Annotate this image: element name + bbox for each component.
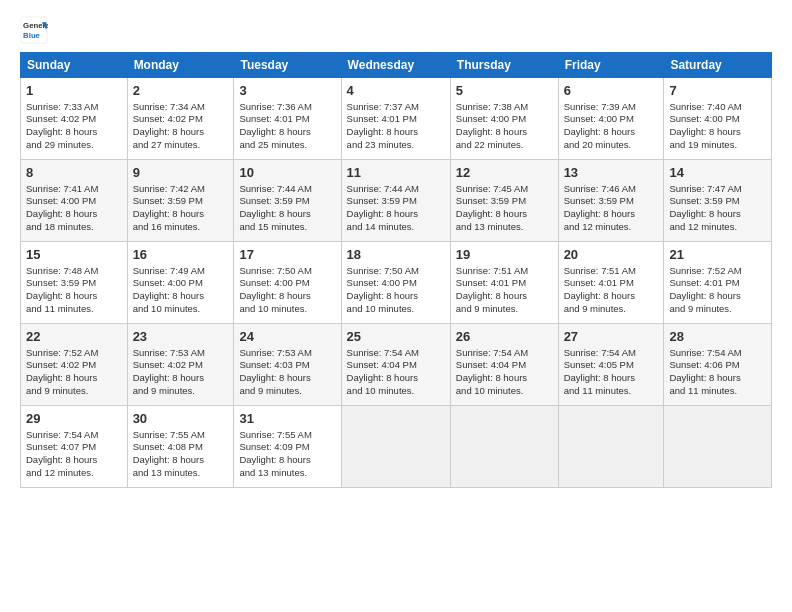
day-info-line: Sunrise: 7:37 AM bbox=[347, 101, 419, 112]
day-info-line: and 23 minutes. bbox=[347, 139, 415, 150]
day-info-line: Sunset: 4:01 PM bbox=[347, 113, 417, 124]
day-info-line: Daylight: 8 hours bbox=[347, 208, 418, 219]
day-info-line: Sunrise: 7:55 AM bbox=[239, 429, 311, 440]
calendar-table: SundayMondayTuesdayWednesdayThursdayFrid… bbox=[20, 52, 772, 488]
day-info-line: Sunrise: 7:54 AM bbox=[456, 347, 528, 358]
day-info-line: Daylight: 8 hours bbox=[239, 290, 310, 301]
day-info-line: and 9 minutes. bbox=[456, 303, 518, 314]
day-info-line: Daylight: 8 hours bbox=[456, 126, 527, 137]
day-info-line: Sunrise: 7:39 AM bbox=[564, 101, 636, 112]
day-info-line: Sunset: 4:05 PM bbox=[564, 359, 634, 370]
calendar-cell: 31Sunrise: 7:55 AMSunset: 4:09 PMDayligh… bbox=[234, 406, 341, 488]
day-info-line: Sunrise: 7:36 AM bbox=[239, 101, 311, 112]
day-info-line: Sunset: 4:01 PM bbox=[669, 277, 739, 288]
day-info-line: Daylight: 8 hours bbox=[564, 290, 635, 301]
calendar-cell: 8Sunrise: 7:41 AMSunset: 4:00 PMDaylight… bbox=[21, 160, 128, 242]
calendar-week-row: 29Sunrise: 7:54 AMSunset: 4:07 PMDayligh… bbox=[21, 406, 772, 488]
day-info-line: Daylight: 8 hours bbox=[564, 126, 635, 137]
day-number: 20 bbox=[564, 246, 659, 264]
day-number: 27 bbox=[564, 328, 659, 346]
page-container: General Blue SundayMondayTuesdayWednesda… bbox=[0, 0, 792, 498]
day-info-line: Daylight: 8 hours bbox=[26, 126, 97, 137]
day-info-line: Daylight: 8 hours bbox=[133, 290, 204, 301]
day-info-line: and 11 minutes. bbox=[669, 385, 737, 396]
calendar-cell: 21Sunrise: 7:52 AMSunset: 4:01 PMDayligh… bbox=[664, 242, 772, 324]
day-info-line: Sunrise: 7:53 AM bbox=[239, 347, 311, 358]
calendar-cell: 27Sunrise: 7:54 AMSunset: 4:05 PMDayligh… bbox=[558, 324, 664, 406]
day-info-line: Daylight: 8 hours bbox=[347, 290, 418, 301]
calendar-cell bbox=[558, 406, 664, 488]
day-info-line: Sunset: 4:01 PM bbox=[456, 277, 526, 288]
day-info-line: and 10 minutes. bbox=[456, 385, 524, 396]
day-number: 22 bbox=[26, 328, 122, 346]
day-info-line: Sunset: 4:00 PM bbox=[239, 277, 309, 288]
day-info-line: and 10 minutes. bbox=[347, 303, 415, 314]
calendar-day-header: Saturday bbox=[664, 53, 772, 78]
day-info-line: Sunrise: 7:51 AM bbox=[456, 265, 528, 276]
day-number: 21 bbox=[669, 246, 766, 264]
day-info-line: Daylight: 8 hours bbox=[26, 208, 97, 219]
day-info-line: Sunrise: 7:33 AM bbox=[26, 101, 98, 112]
day-number: 1 bbox=[26, 82, 122, 100]
day-info-line: Daylight: 8 hours bbox=[347, 372, 418, 383]
calendar-day-header: Wednesday bbox=[341, 53, 450, 78]
day-info-line: Sunset: 4:04 PM bbox=[456, 359, 526, 370]
day-info-line: Daylight: 8 hours bbox=[26, 372, 97, 383]
day-info-line: Daylight: 8 hours bbox=[564, 372, 635, 383]
calendar-cell: 7Sunrise: 7:40 AMSunset: 4:00 PMDaylight… bbox=[664, 78, 772, 160]
calendar-cell: 4Sunrise: 7:37 AMSunset: 4:01 PMDaylight… bbox=[341, 78, 450, 160]
calendar-cell: 20Sunrise: 7:51 AMSunset: 4:01 PMDayligh… bbox=[558, 242, 664, 324]
day-number: 29 bbox=[26, 410, 122, 428]
day-info-line: and 20 minutes. bbox=[564, 139, 632, 150]
day-number: 11 bbox=[347, 164, 445, 182]
calendar-day-header: Monday bbox=[127, 53, 234, 78]
day-info-line: Sunset: 4:09 PM bbox=[239, 441, 309, 452]
day-info-line: Daylight: 8 hours bbox=[669, 290, 740, 301]
day-info-line: Sunset: 3:59 PM bbox=[239, 195, 309, 206]
day-info-line: Sunrise: 7:54 AM bbox=[347, 347, 419, 358]
day-info-line: and 11 minutes. bbox=[564, 385, 632, 396]
day-info-line: Sunset: 3:59 PM bbox=[564, 195, 634, 206]
calendar-week-row: 15Sunrise: 7:48 AMSunset: 3:59 PMDayligh… bbox=[21, 242, 772, 324]
calendar-cell: 14Sunrise: 7:47 AMSunset: 3:59 PMDayligh… bbox=[664, 160, 772, 242]
day-number: 19 bbox=[456, 246, 553, 264]
calendar-cell: 11Sunrise: 7:44 AMSunset: 3:59 PMDayligh… bbox=[341, 160, 450, 242]
day-info-line: Daylight: 8 hours bbox=[669, 208, 740, 219]
day-number: 14 bbox=[669, 164, 766, 182]
day-number: 12 bbox=[456, 164, 553, 182]
day-info-line: Sunset: 4:01 PM bbox=[239, 113, 309, 124]
day-info-line: Daylight: 8 hours bbox=[133, 208, 204, 219]
calendar-cell: 29Sunrise: 7:54 AMSunset: 4:07 PMDayligh… bbox=[21, 406, 128, 488]
day-info-line: and 14 minutes. bbox=[347, 221, 415, 232]
day-info-line: Sunset: 4:02 PM bbox=[133, 113, 203, 124]
day-info-line: Sunset: 4:04 PM bbox=[347, 359, 417, 370]
day-number: 17 bbox=[239, 246, 335, 264]
day-info-line: Daylight: 8 hours bbox=[26, 290, 97, 301]
day-info-line: Sunrise: 7:41 AM bbox=[26, 183, 98, 194]
day-info-line: Sunset: 3:59 PM bbox=[669, 195, 739, 206]
day-info-line: Sunset: 4:02 PM bbox=[133, 359, 203, 370]
day-info-line: Daylight: 8 hours bbox=[456, 290, 527, 301]
day-number: 8 bbox=[26, 164, 122, 182]
calendar-cell: 2Sunrise: 7:34 AMSunset: 4:02 PMDaylight… bbox=[127, 78, 234, 160]
day-info-line: Sunrise: 7:50 AM bbox=[347, 265, 419, 276]
day-info-line: Sunrise: 7:45 AM bbox=[456, 183, 528, 194]
calendar-cell: 13Sunrise: 7:46 AMSunset: 3:59 PMDayligh… bbox=[558, 160, 664, 242]
day-info-line: and 9 minutes. bbox=[26, 385, 88, 396]
day-info-line: and 25 minutes. bbox=[239, 139, 307, 150]
day-info-line: Sunrise: 7:47 AM bbox=[669, 183, 741, 194]
day-number: 4 bbox=[347, 82, 445, 100]
day-number: 2 bbox=[133, 82, 229, 100]
day-number: 7 bbox=[669, 82, 766, 100]
day-number: 13 bbox=[564, 164, 659, 182]
day-number: 15 bbox=[26, 246, 122, 264]
day-number: 23 bbox=[133, 328, 229, 346]
calendar-day-header: Friday bbox=[558, 53, 664, 78]
header: General Blue bbox=[20, 16, 772, 44]
day-number: 6 bbox=[564, 82, 659, 100]
day-info-line: Daylight: 8 hours bbox=[669, 126, 740, 137]
calendar-cell: 28Sunrise: 7:54 AMSunset: 4:06 PMDayligh… bbox=[664, 324, 772, 406]
day-info-line: and 18 minutes. bbox=[26, 221, 94, 232]
day-info-line: and 9 minutes. bbox=[669, 303, 731, 314]
day-info-line: and 19 minutes. bbox=[669, 139, 737, 150]
